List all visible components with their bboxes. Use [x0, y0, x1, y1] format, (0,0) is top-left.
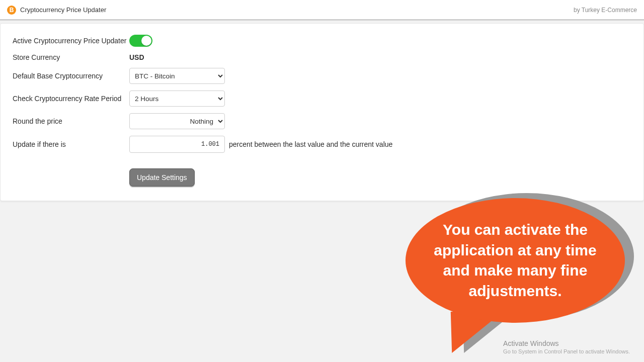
update-settings-button[interactable]: Update Settings [129, 168, 195, 187]
active-label: Active Cryptocurrency Price Updater [13, 37, 129, 45]
base-crypto-label: Default Base Cryptocurrency [13, 72, 129, 80]
base-crypto-select[interactable]: BTC - Bitcoin [129, 68, 225, 84]
watermark-line2: Go to System in Control Panel to activat… [503, 348, 630, 355]
speech-bubble: You can activate the application at any … [403, 190, 639, 361]
update-if-label: Update if there is [13, 140, 129, 148]
update-if-input[interactable] [129, 136, 225, 153]
active-toggle[interactable] [129, 35, 152, 47]
update-if-helper: percent between the last value and the c… [229, 140, 392, 148]
watermark-line1: Activate Windows [503, 339, 630, 348]
round-price-label: Round the price [13, 117, 129, 125]
rate-period-label: Check Cryptocurrency Rate Period [13, 95, 129, 103]
store-currency-value: USD [129, 53, 144, 61]
toggle-knob [141, 36, 151, 46]
bitcoin-icon: B [7, 6, 16, 15]
app-header: B Cryptocurrency Price Updater by Turkey… [0, 0, 644, 20]
header-byline: by Turkey E-Commerce [574, 7, 637, 14]
bubble-body: You can activate the application at any … [406, 198, 625, 323]
bubble-text: You can activate the application at any … [425, 220, 606, 301]
app-title: Cryptocurrency Price Updater [20, 6, 106, 14]
settings-panel: Active Cryptocurrency Price Updater Stor… [0, 23, 644, 201]
rate-period-select[interactable]: 2 Hours [129, 90, 225, 107]
header-left: B Cryptocurrency Price Updater [7, 6, 106, 15]
windows-activation-watermark: Activate Windows Go to System in Control… [503, 339, 630, 355]
store-currency-label: Store Currency [13, 53, 129, 61]
round-price-select[interactable]: Nothing [129, 113, 225, 129]
